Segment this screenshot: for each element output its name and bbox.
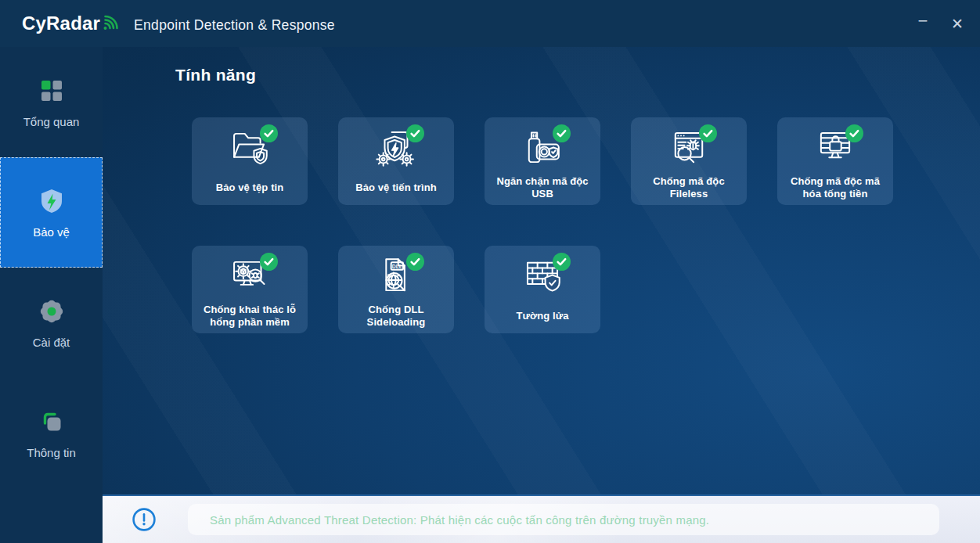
alert-circle-icon [132, 507, 157, 532]
minimize-button[interactable]: − [911, 12, 935, 35]
feature-card-label: Bảo vệ tệp tin [214, 174, 286, 202]
feature-card-bao-ve-tep-tin[interactable]: Bảo vệ tệp tin [192, 117, 308, 205]
check-badge-icon [699, 124, 717, 142]
feature-card-chong-dll-sideloading[interactable]: DLL Chống DLL Sideloading [338, 246, 454, 333]
app-title: Endpoint Detection & Response [134, 17, 335, 34]
check-badge-icon [553, 253, 571, 271]
feature-card-label: Ngăn chặn mã độc USB [488, 174, 597, 202]
info-layers-icon [38, 408, 66, 436]
feature-card-ngan-chan-ma-doc-usb[interactable]: Ngăn chặn mã độc USB [485, 117, 600, 205]
sidebar-nav: Tổng quan Bảo vệ Cài đặt Thông tin [0, 47, 103, 543]
sidebar-item-tong-quan[interactable]: Tổng quan [0, 47, 103, 157]
feature-grid: Bảo vệ tệp tin Bảo vệ tiến trình Ng [192, 117, 900, 333]
app-logo: CyRadar [22, 10, 121, 37]
close-button[interactable]: ✕ [946, 12, 969, 35]
grid-icon [38, 77, 66, 105]
app-window: CyRadar Endpoint Detection & Response − … [0, 0, 980, 543]
page-title: Tính năng [175, 66, 980, 85]
gear-icon [38, 297, 66, 325]
check-badge-icon [553, 124, 571, 142]
feature-card-tuong-lua[interactable]: Tường lửa [485, 246, 600, 333]
status-message: Sản phẩm Advanced Threat Detection: Phát… [210, 513, 709, 527]
check-badge-icon [260, 124, 278, 142]
feature-card-label: Bảo vệ tiến trình [354, 174, 438, 202]
logo-text: CyRadar [22, 10, 100, 37]
feature-card-label: Chống mã độc mã hóa tống tiền [780, 174, 890, 202]
check-badge-icon [406, 124, 424, 142]
check-badge-icon [260, 253, 278, 271]
check-badge-icon [845, 124, 863, 142]
feature-card-label: Chống khai thác lỗ hổng phần mềm [195, 302, 304, 330]
feature-card-label: Chống DLL Sideloading [341, 302, 451, 330]
feature-card-chong-ransomware[interactable]: Chống mã độc mã hóa tống tiền [777, 117, 893, 205]
content-area: Tính năng Bảo vệ tệp tin Bảo vệ tiến trì… [103, 47, 980, 494]
check-badge-icon [406, 253, 424, 271]
window-controls: − ✕ [911, 12, 969, 35]
title-bar: CyRadar Endpoint Detection & Response − … [0, 0, 980, 47]
feature-card-bao-ve-tien-trinh[interactable]: Bảo vệ tiến trình [338, 117, 454, 205]
feature-card-label: Tường lửa [514, 302, 570, 330]
feature-card-chong-ma-doc-fileless[interactable]: Chống mã độc Fileless [631, 117, 747, 205]
sidebar-item-bao-ve[interactable]: Bảo vệ [0, 157, 103, 268]
sidebar-item-cai-dat[interactable]: Cài đặt [0, 268, 103, 378]
feature-card-label: Chống mã độc Fileless [634, 174, 744, 202]
status-bar: Sản phẩm Advanced Threat Detection: Phát… [103, 494, 980, 543]
sidebar-item-label: Tổng quan [23, 115, 80, 128]
radar-signal-icon [101, 12, 121, 35]
shield-bolt-icon [38, 187, 66, 215]
sidebar-item-thong-tin[interactable]: Thông tin [0, 378, 103, 488]
sidebar-item-label: Cài đặt [33, 336, 70, 349]
status-message-pill: Sản phẩm Advanced Threat Detection: Phát… [188, 504, 939, 535]
feature-card-chong-khai-thac[interactable]: Chống khai thác lỗ hổng phần mềm [192, 246, 308, 333]
sidebar-item-label: Thông tin [27, 446, 76, 459]
sidebar-item-label: Bảo vệ [33, 225, 70, 239]
svg-text:DLL: DLL [392, 264, 402, 269]
